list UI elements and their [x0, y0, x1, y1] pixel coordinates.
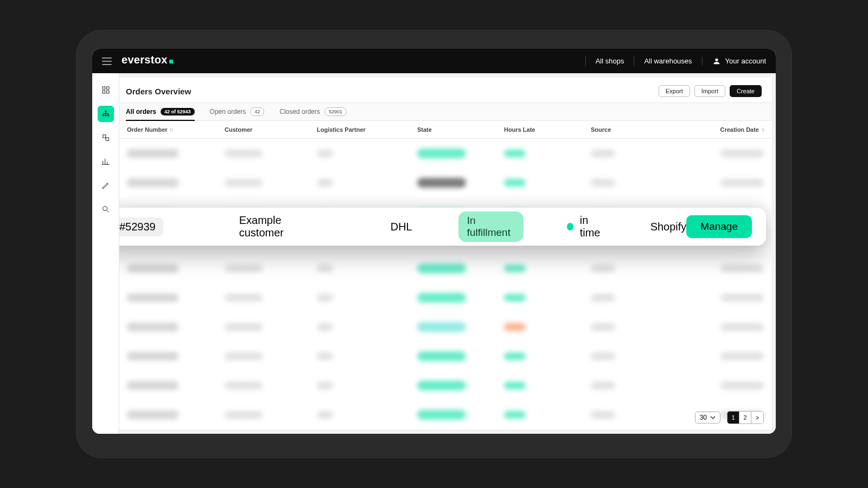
table-row — [119, 254, 771, 283]
col-customer[interactable]: Customer — [225, 126, 317, 133]
tab-closed-label: Closed orders — [279, 108, 320, 115]
tab-closed-count: 52901 — [324, 107, 347, 116]
svg-point-7 — [107, 114, 109, 116]
order-state-chip: In fulfillment — [458, 211, 524, 242]
sidebar-item-orders[interactable] — [98, 106, 114, 122]
page-size-select[interactable]: 30 — [695, 412, 720, 423]
svg-point-10 — [103, 207, 107, 211]
tab-all-orders[interactable]: All orders 42 of 52943 — [126, 104, 195, 121]
sort-icon: ↑↓ — [170, 127, 173, 132]
grid-icon — [101, 86, 110, 94]
page-buttons: 1 2 > — [727, 411, 764, 424]
create-button[interactable]: Create — [730, 85, 762, 97]
svg-point-6 — [105, 114, 106, 116]
svg-rect-8 — [103, 135, 105, 138]
col-partner[interactable]: Logistics Partner — [317, 126, 417, 133]
import-button[interactable]: Import — [694, 85, 725, 97]
tab-all-count: 42 of 52943 — [161, 108, 195, 115]
menu-icon[interactable] — [102, 57, 112, 65]
col-hours[interactable]: Hours Late — [504, 126, 591, 133]
sidebar-item-search[interactable] — [98, 201, 114, 217]
pencil-icon — [101, 181, 110, 190]
table-row — [119, 312, 771, 342]
brand-name: everstox — [122, 54, 168, 66]
order-highlight-card: #52939 Example customer DHL In fulfillme… — [119, 208, 766, 246]
topbar: everstox All shops All warehouses Your a… — [92, 49, 776, 73]
page-next-button[interactable]: > — [751, 412, 763, 423]
col-order[interactable]: Order Number↑↓ — [127, 126, 225, 133]
svg-rect-9 — [106, 138, 108, 140]
svg-point-4 — [105, 111, 106, 112]
order-customer: Example customer — [239, 214, 317, 239]
order-number-chip: #52939 — [119, 217, 163, 236]
sidebar-item-analytics[interactable] — [98, 153, 114, 170]
svg-rect-3 — [106, 91, 109, 93]
search-icon — [101, 205, 110, 214]
brand-dot-icon — [169, 60, 173, 63]
table-body — [119, 139, 771, 429]
all-shops-link[interactable]: All shops — [585, 56, 634, 66]
app-screen: everstox All shops All warehouses Your a… — [92, 49, 776, 434]
brand-logo: everstox — [122, 54, 173, 68]
tab-all-label: All orders — [126, 108, 156, 115]
tab-open-count: 42 — [250, 107, 264, 116]
col-state[interactable]: State — [417, 126, 504, 133]
table-header: Order Number↑↓ Customer Logistics Partne… — [119, 121, 771, 139]
pagination: 30 1 2 > — [695, 411, 764, 424]
sidebar-item-edit[interactable] — [98, 177, 114, 194]
table-row — [119, 371, 771, 400]
table-row — [119, 400, 771, 429]
svg-rect-0 — [103, 87, 105, 89]
user-icon — [712, 57, 721, 66]
table-row — [119, 283, 771, 312]
table-row — [119, 139, 771, 168]
tabs: All orders 42 of 52943 Open orders 42 Cl… — [119, 102, 771, 121]
main-content: Orders Overview Export Import Create All… — [119, 78, 771, 429]
status-dot-icon — [567, 223, 573, 230]
orders-icon — [101, 110, 110, 118]
order-hours: in time — [567, 214, 607, 239]
export-button[interactable]: Export — [659, 85, 690, 97]
device-frame: everstox All shops All warehouses Your a… — [76, 30, 792, 458]
table-row — [119, 168, 771, 197]
col-created[interactable]: Creation Date↑↓ — [672, 126, 764, 133]
all-warehouses-link[interactable]: All warehouses — [634, 56, 701, 66]
svg-rect-2 — [103, 91, 105, 93]
chevron-down-icon — [710, 415, 716, 420]
page-title: Orders Overview — [126, 87, 191, 96]
sidebar — [92, 73, 119, 434]
manage-button[interactable]: Manage — [686, 215, 752, 238]
svg-point-5 — [103, 114, 104, 116]
col-source[interactable]: Source — [591, 126, 672, 133]
account-link[interactable]: Your account — [702, 57, 766, 66]
chart-icon — [101, 157, 110, 166]
sort-icon: ↑↓ — [761, 127, 764, 132]
sidebar-item-inventory[interactable] — [98, 130, 114, 146]
all-shops-label: All shops — [596, 57, 624, 65]
tab-open-label: Open orders — [210, 108, 246, 115]
page-1-button[interactable]: 1 — [727, 412, 739, 423]
order-carrier: DHL — [391, 221, 412, 233]
page-size-value: 30 — [700, 414, 707, 421]
box-icon — [101, 133, 110, 142]
order-source: Shopify — [650, 221, 687, 233]
tab-closed-orders[interactable]: Closed orders 52901 — [279, 103, 347, 120]
all-warehouses-label: All warehouses — [644, 57, 692, 65]
account-label: Your account — [725, 57, 766, 65]
sidebar-item-dashboard[interactable] — [98, 82, 114, 98]
tab-open-orders[interactable]: Open orders 42 — [210, 103, 265, 120]
app-body: Orders Overview Export Import Create All… — [92, 73, 776, 434]
page-2-button[interactable]: 2 — [739, 412, 751, 423]
order-hours-label: in time — [580, 214, 607, 239]
table-row — [119, 342, 771, 371]
page-header: Orders Overview Export Import Create — [119, 78, 771, 102]
svg-rect-1 — [106, 87, 109, 89]
